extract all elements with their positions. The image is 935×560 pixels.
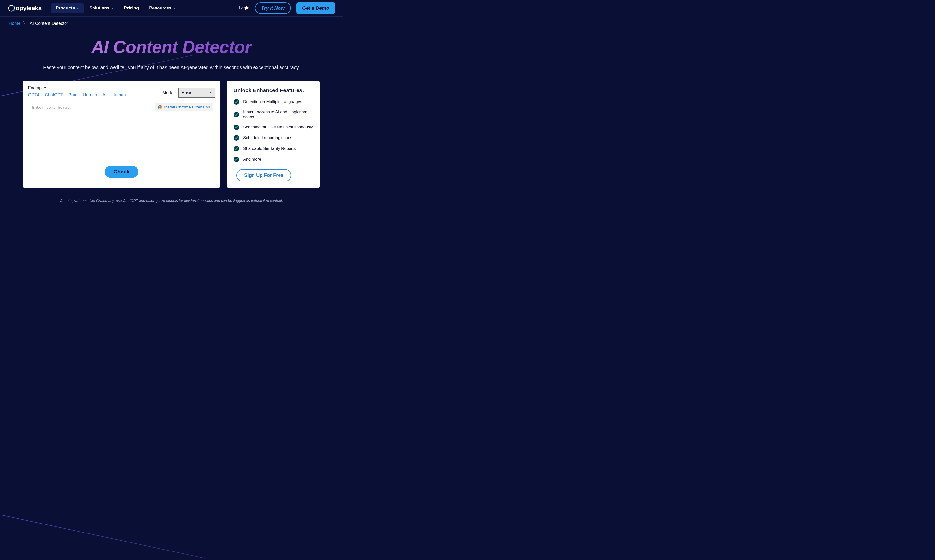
chrome-extension-link[interactable]: x Install Chrome Extension (155, 103, 213, 111)
example-bard[interactable]: Bard (68, 92, 78, 98)
nav-item-solutions[interactable]: Solutions (85, 3, 118, 13)
model-label: Model: (162, 90, 176, 95)
page-subtitle: Paste your content below, and we'll tell… (0, 65, 343, 70)
chevron-down-icon (111, 8, 114, 9)
login-link[interactable]: Login (239, 6, 249, 11)
nav-item-resources[interactable]: Resources (145, 3, 180, 13)
logo[interactable]: opyleaks (8, 5, 42, 12)
features-list: Detection in Multiple Languages Instant … (233, 99, 313, 162)
features-card: Unlock Enhanced Features: Detection in M… (227, 80, 320, 188)
check-icon (233, 135, 239, 141)
feature-text: Scheduled recurring scans (243, 135, 292, 140)
examples-label: Examples: (28, 85, 126, 91)
nav-label: Products (56, 6, 75, 11)
examples-wrap: Examples: GPT4 ChatGPT Bard Human AI + H… (28, 85, 126, 98)
get-demo-button[interactable]: Get a Demo (296, 2, 335, 14)
logo-text: opyleaks (15, 5, 42, 12)
try-it-now-button[interactable]: Try it Now (255, 2, 291, 14)
page-title: AI Content Detector (0, 37, 343, 57)
breadcrumb-current: AI Content Detector (30, 21, 68, 26)
feature-item: Detection in Multiple Languages (233, 99, 313, 105)
feature-item: Shareable Similarity Reports (233, 146, 313, 152)
feature-text: Instant access to AI and plagiarism scan… (243, 110, 313, 120)
example-human[interactable]: Human (83, 92, 97, 98)
nav-label: Resources (149, 6, 171, 11)
svg-point-2 (13, 9, 15, 11)
examples-links: GPT4 ChatGPT Bard Human AI + Human (28, 92, 126, 98)
feature-text: Detection in Multiple Languages (243, 100, 302, 105)
model-select[interactable]: Basic (179, 88, 215, 98)
breadcrumb: Home 〉 AI Content Detector (0, 17, 343, 30)
close-icon[interactable]: x (211, 102, 213, 105)
check-icon (233, 124, 239, 130)
textarea-wrap: x Install Chrome Extension (28, 102, 215, 161)
check-icon (233, 99, 239, 105)
feature-item: Instant access to AI and plagiarism scan… (233, 110, 313, 120)
chevron-down-icon (77, 8, 79, 9)
nav-item-products[interactable]: Products (51, 3, 83, 13)
model-value: Basic (182, 90, 192, 95)
detector-card: Examples: GPT4 ChatGPT Bard Human AI + H… (23, 80, 220, 188)
nav-right: Login Try it Now Get a Demo (239, 2, 335, 14)
feature-text: And more! (243, 157, 262, 162)
disclaimer: Certain platforms, like Grammarly, use C… (0, 198, 343, 210)
check-icon (233, 146, 239, 152)
chrome-extension-text: Install Chrome Extension (164, 105, 210, 110)
breadcrumb-home[interactable]: Home (9, 21, 20, 26)
example-ai-human[interactable]: AI + Human (102, 92, 126, 98)
chrome-icon (158, 105, 162, 109)
example-gpt4[interactable]: GPT4 (28, 92, 39, 98)
svg-point-6 (159, 106, 161, 108)
features-title: Unlock Enhanced Features: (233, 87, 313, 94)
check-icon (233, 157, 239, 162)
check-icon (233, 112, 239, 117)
nav-label: Pricing (124, 6, 139, 11)
logo-c-icon (8, 5, 15, 12)
feature-item: Scheduled recurring scans (233, 135, 313, 141)
feature-text: Shareable Similarity Reports (243, 146, 296, 151)
example-chatgpt[interactable]: ChatGPT (45, 92, 63, 98)
model-wrap: Model: Basic (162, 88, 215, 98)
content-row: Examples: GPT4 ChatGPT Bard Human AI + H… (0, 80, 343, 188)
feature-item: And more! (233, 157, 313, 162)
svg-point-1 (13, 6, 15, 7)
nav-item-pricing[interactable]: Pricing (120, 3, 143, 13)
nav-label: Solutions (89, 6, 110, 11)
chevron-down-icon (173, 8, 176, 9)
chevron-down-icon (210, 92, 212, 94)
signup-button[interactable]: Sign Up For Free (236, 169, 291, 182)
navbar: opyleaks Products Solutions Pricing Reso… (0, 0, 343, 17)
detector-top-row: Examples: GPT4 ChatGPT Bard Human AI + H… (28, 85, 215, 98)
nav-items: Products Solutions Pricing Resources (51, 3, 180, 13)
breadcrumb-separator: 〉 (23, 20, 27, 26)
feature-item: Scanning multiple files simultaneously (233, 124, 313, 130)
feature-text: Scanning multiple files simultaneously (243, 125, 313, 130)
check-button[interactable]: Check (105, 166, 138, 178)
